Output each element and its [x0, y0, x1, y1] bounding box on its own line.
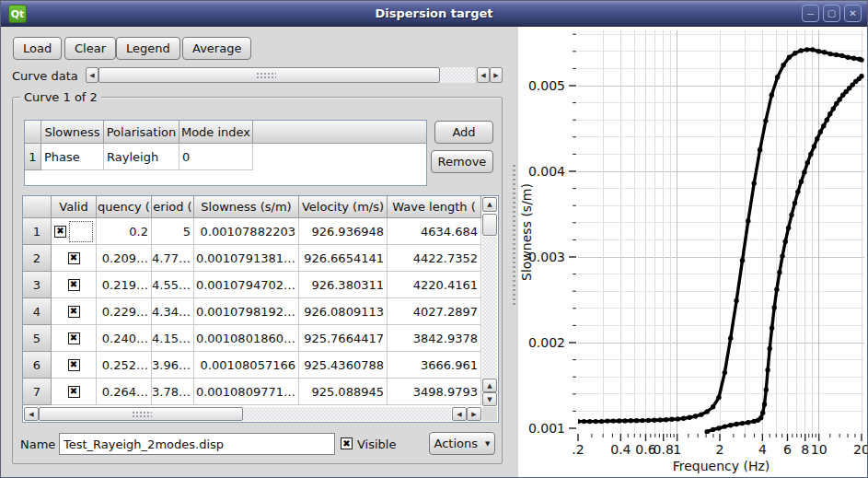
data-table-cell-frequency[interactable]: 0.252…: [97, 352, 152, 379]
data-table-cell-frequency[interactable]: 0.2: [97, 218, 152, 245]
data-table-cell-wavelength[interactable]: 4027.2897: [388, 298, 481, 325]
data-table-row-header[interactable]: 2: [23, 245, 52, 272]
data-table-cell-slowness[interactable]: 0.0010791381…: [194, 245, 299, 272]
data-table-cell-wavelength[interactable]: 3498.9793: [388, 379, 481, 405]
mode-table-row-header[interactable]: 1: [25, 144, 41, 170]
valid-cell[interactable]: ✖: [52, 352, 97, 379]
data-table-cell-wavelength[interactable]: 4634.684: [388, 218, 481, 245]
data-table-cell-velocity[interactable]: 925.088945: [299, 379, 388, 405]
valid-checkbox[interactable]: ✖: [54, 226, 66, 238]
data-table-cell-velocity[interactable]: 925.7664417: [299, 325, 388, 352]
average-button[interactable]: Average: [182, 37, 251, 60]
vscroll-handle[interactable]: [482, 214, 497, 236]
valid-checkbox[interactable]: ✖: [68, 252, 80, 264]
curve-scroll-track[interactable]: [440, 67, 475, 83]
data-table-row[interactable]: 2✖0.209…4.77…0.0010791381…926.6654141442…: [23, 245, 498, 272]
curve-scroll-next-button[interactable]: ▶: [490, 67, 503, 83]
data-table-cell-frequency[interactable]: 0.209…: [97, 245, 152, 272]
legend-button[interactable]: Legend: [116, 37, 180, 60]
curve-scroll-left-button[interactable]: ◀: [86, 67, 98, 83]
data-table-cell-wavelength[interactable]: 3842.9378: [388, 325, 481, 352]
data-table-cell-period[interactable]: 4.77…: [152, 245, 194, 272]
data-table-cell-velocity[interactable]: 926.0809113: [299, 298, 388, 325]
vscroll-up-button-2[interactable]: ▲: [482, 379, 497, 392]
titlebar[interactable]: Qt Dispersion target — ▢ ✕: [1, 1, 867, 27]
mode-table-cell[interactable]: Rayleigh: [104, 144, 179, 170]
data-table-row[interactable]: 3✖0.219…4.55…0.0010794702…926.3803114220…: [23, 272, 498, 298]
name-input[interactable]: [59, 433, 335, 455]
hscroll-handle[interactable]: [39, 407, 243, 421]
visible-checkbox[interactable]: ✖: [341, 437, 353, 449]
valid-cell[interactable]: ✖: [52, 298, 97, 325]
hscroll-left-button[interactable]: ◀: [24, 407, 39, 421]
data-table-cell-wavelength[interactable]: 3666.961: [388, 352, 481, 379]
data-table-cell-frequency[interactable]: 0.229…: [97, 298, 152, 325]
curve-scroll-handle[interactable]: [98, 67, 440, 83]
close-button[interactable]: ✕: [844, 5, 862, 22]
curve-scroll-prev-button[interactable]: ◀: [477, 67, 490, 83]
valid-checkbox[interactable]: ✖: [68, 332, 80, 344]
data-table-cell-wavelength[interactable]: 4220.4161: [388, 272, 481, 298]
pane-splitter[interactable]: [509, 27, 518, 478]
data-table-corner[interactable]: [23, 196, 52, 218]
data-table-row-header[interactable]: 1: [23, 218, 52, 245]
valid-checkbox[interactable]: ✖: [68, 306, 80, 318]
vscroll-up-button[interactable]: ▲: [482, 197, 497, 212]
mode-table-corner[interactable]: [25, 121, 41, 144]
data-table-cell-slowness[interactable]: 0.0010809771…: [194, 379, 299, 405]
remove-button[interactable]: Remove: [431, 150, 493, 173]
data-table-row[interactable]: 6✖0.252…3.96…0.00108057166925.4360788366…: [23, 352, 498, 379]
hscroll-track[interactable]: [243, 407, 451, 421]
mode-table-header-mode-index[interactable]: Mode index: [179, 121, 253, 144]
data-table-cell-velocity[interactable]: 926.936948: [299, 218, 388, 245]
data-table-header-valid[interactable]: Valid: [52, 196, 97, 218]
data-table-cell-slowness[interactable]: 0.0010794702…: [194, 272, 299, 298]
valid-checkbox[interactable]: ✖: [68, 279, 80, 291]
mode-table-row[interactable]: 1PhaseRayleigh0: [25, 144, 426, 170]
data-table-row[interactable]: 5✖0.240…4.15…0.0010801860…925.7664417384…: [23, 325, 498, 352]
data-table-row[interactable]: 4✖0.229…4.34…0.0010798192…926.0809113402…: [23, 298, 498, 325]
valid-cell[interactable]: ✖: [52, 218, 97, 245]
data-table-header-col1[interactable]: quency (: [97, 196, 152, 218]
clear-button[interactable]: Clear: [64, 37, 116, 60]
load-button[interactable]: Load: [13, 37, 62, 60]
data-table-header-col2[interactable]: eriod (: [152, 196, 194, 218]
data-table-row[interactable]: 1✖0.250.00107882203926.9369484634.684: [23, 218, 498, 245]
data-table-cell-frequency[interactable]: 0.240…: [97, 325, 152, 352]
data-table-cell-period[interactable]: 5: [152, 218, 194, 245]
vscroll-track[interactable]: [482, 237, 497, 378]
vscroll-down-button[interactable]: ▼: [482, 392, 497, 406]
data-table-cell-velocity[interactable]: 925.4360788: [299, 352, 388, 379]
valid-cell[interactable]: ✖: [52, 272, 97, 298]
data-table-row-header[interactable]: 7: [23, 379, 52, 405]
hscroll-next-button[interactable]: ▶: [467, 407, 481, 421]
data-table-cell-slowness[interactable]: 0.00108057166: [194, 352, 299, 379]
add-button[interactable]: Add: [434, 121, 493, 144]
data-table-cell-velocity[interactable]: 926.6654141: [299, 245, 388, 272]
data-table-header-col5[interactable]: Wave length (: [388, 196, 481, 218]
data-table-cell-slowness[interactable]: 0.0010798192…: [194, 298, 299, 325]
data-table-row-header[interactable]: 3: [23, 272, 52, 298]
data-table-row-header[interactable]: 4: [23, 298, 52, 325]
data-table-header-col3[interactable]: Slowness (s/m): [194, 196, 299, 218]
data-table-cell-velocity[interactable]: 926.380311: [299, 272, 388, 298]
data-table-cell-slowness[interactable]: 0.00107882203: [194, 218, 299, 245]
valid-cell[interactable]: ✖: [52, 379, 97, 405]
data-table-row[interactable]: 7✖0.264…3.78…0.0010809771…925.0889453498…: [23, 379, 498, 405]
maximize-button[interactable]: ▢: [823, 5, 840, 22]
mode-table-cell[interactable]: 0: [179, 144, 253, 170]
data-table-row-header[interactable]: 6: [23, 352, 52, 379]
data-table-cell-period[interactable]: 4.55…: [152, 272, 194, 298]
hscroll-prev-button[interactable]: ◀: [452, 407, 467, 421]
data-table-header-col4[interactable]: Velocity (m/s): [299, 196, 388, 218]
mode-table-header-slowness[interactable]: Slowness: [41, 121, 104, 144]
data-table-cell-wavelength[interactable]: 4422.7352: [388, 245, 481, 272]
mode-table-header-polarisation[interactable]: Polarisation: [104, 121, 179, 144]
valid-checkbox[interactable]: ✖: [68, 359, 80, 371]
minimize-button[interactable]: —: [802, 5, 819, 22]
data-table-cell-period[interactable]: 3.78…: [152, 379, 194, 405]
data-table-cell-slowness[interactable]: 0.0010801860…: [194, 325, 299, 352]
data-table-cell-period[interactable]: 4.34…: [152, 298, 194, 325]
data-table-cell-frequency[interactable]: 0.219…: [97, 272, 152, 298]
valid-checkbox[interactable]: ✖: [68, 386, 80, 398]
